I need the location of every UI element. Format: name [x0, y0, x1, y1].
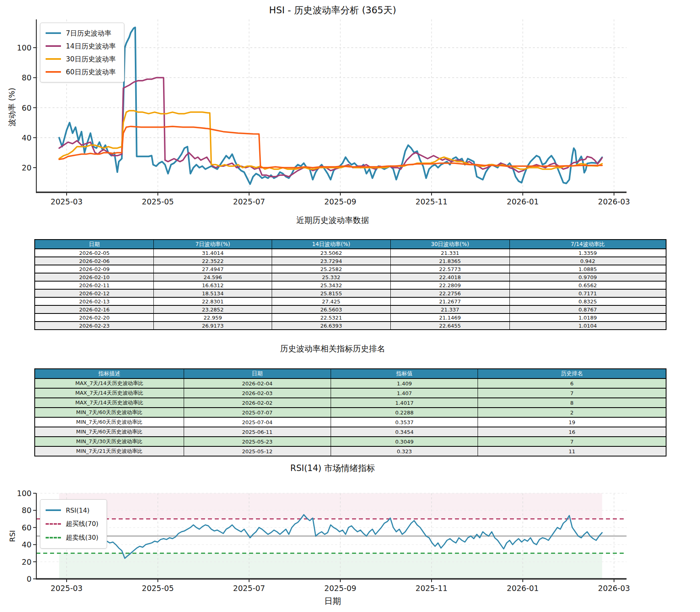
table-cell: 0.3049 — [331, 437, 478, 446]
volatility-chart-legend: 7日历史波动率14日历史波动率30日历史波动率60日历史波动率 — [40, 23, 124, 82]
table-cell: 25.8155 — [272, 289, 390, 297]
legend-line-swatch — [46, 537, 61, 538]
y-tick-label: 100 — [17, 489, 31, 498]
y-tick-label: 0 — [27, 574, 31, 583]
x-tick-label: 2025-09 — [324, 197, 356, 206]
table-cell: 25.2582 — [272, 265, 390, 273]
table-cell: 23.7294 — [272, 257, 390, 265]
table-cell: 22.5773 — [390, 265, 509, 273]
column-header: 30日波动率(%) — [390, 240, 509, 249]
table-header-row: 指标描述日期指标值历史排名 — [35, 369, 666, 379]
table-row: 2026-02-1322.830127.42521.26770.8325 — [35, 297, 666, 305]
legend-label: 60日历史波动率 — [66, 67, 116, 77]
legend-item: 超卖线(30) — [46, 531, 99, 545]
table-cell: MIN_7天/60天历史波动率比 — [35, 427, 184, 437]
table-row: 2026-02-2022.95922.532121.14691.0189 — [35, 313, 666, 322]
legend-label: 7日历史波动率 — [66, 29, 111, 38]
table-cell: 22.8301 — [154, 297, 272, 305]
table-cell: 25.3432 — [272, 281, 390, 289]
legend-item: 超买线(70) — [46, 517, 99, 531]
x-tick-label: 2025-07 — [233, 584, 265, 593]
y-tick-label: 80 — [22, 73, 31, 82]
y-tick-label: 60 — [22, 523, 31, 532]
table-cell: 19 — [478, 417, 666, 427]
table-cell: 21.331 — [390, 249, 509, 257]
legend-line-swatch — [46, 523, 61, 525]
table-row: 2026-02-1623.285226.560321.3370.8767 — [35, 305, 666, 313]
series-line — [59, 78, 602, 177]
table-cell: 22.3522 — [154, 257, 272, 265]
table-cell: 22.5321 — [272, 313, 390, 322]
y-tick-label: 80 — [22, 506, 31, 515]
volatility-chart-ylabel: 波动率 (%) — [7, 88, 17, 126]
table-row: MIN_7天/30天历史波动率比2025-05-230.30497 — [35, 437, 666, 446]
table-cell: 16 — [478, 427, 666, 437]
x-tick-label: 2025-05 — [142, 584, 174, 593]
legend-line-swatch — [46, 509, 61, 511]
table-cell: 6 — [478, 379, 666, 388]
rsi-chart-title: RSI(14) 市场情绪指标 — [0, 463, 665, 474]
table-cell: 8 — [478, 398, 666, 408]
table-cell: MAX_7天/14天历史波动率比 — [35, 398, 184, 408]
table-row: 2026-02-1218.513425.815522.27560.7171 — [35, 289, 666, 297]
table-row: 2026-02-2326.917326.639322.64551.0104 — [35, 322, 666, 330]
table-cell: MIN_7天/30天历史波动率比 — [35, 437, 184, 446]
legend-line-swatch — [46, 32, 61, 34]
x-tick-label: 2026-01 — [507, 584, 539, 593]
table-cell: 2025-07-07 — [184, 408, 331, 417]
x-tick-label: 2026-01 — [507, 197, 539, 206]
table-header-row: 日期7日波动率(%)14日波动率(%)30日波动率(%)7/14波动率比 — [35, 240, 666, 249]
rsi-chart-legend: RSI(14)超买线(70)超卖线(30) — [40, 499, 107, 549]
table-cell: 0.323 — [331, 446, 478, 456]
column-header: 历史排名 — [478, 369, 666, 379]
rsi-chart-ylabel: RSI — [8, 530, 17, 542]
table-cell: 21.1469 — [390, 313, 509, 322]
x-tick-label: 2025-03 — [50, 584, 82, 593]
table-cell: 22.6455 — [390, 322, 509, 330]
x-tick-label: 2026-03 — [598, 197, 630, 206]
series-line — [59, 111, 602, 169]
table-cell: 1.0104 — [509, 322, 666, 330]
table-cell: 0.8767 — [509, 305, 666, 313]
table-row: MAX_7天/14天历史波动率比2026-02-041.4096 — [35, 379, 666, 388]
series-line — [59, 126, 602, 168]
table-cell: 1.407 — [331, 388, 478, 398]
table-cell: 23.5062 — [272, 249, 390, 257]
table-cell: MIN_7天/21天历史波动率比 — [35, 446, 184, 456]
x-tick-label: 2026-03 — [598, 584, 630, 593]
legend-item: 60日历史波动率 — [46, 65, 116, 78]
table-cell: 21.2677 — [390, 297, 509, 305]
y-tick-label: 20 — [22, 163, 31, 172]
table-row: 2026-02-0927.494725.258222.57731.0885 — [35, 265, 666, 273]
table-cell: 2026-02-06 — [35, 257, 154, 265]
column-header: 指标值 — [331, 369, 478, 379]
ranking-table-title: 历史波动率相关指标历史排名 — [0, 343, 665, 354]
x-tick-label: 2025-05 — [142, 197, 174, 206]
table-cell: 0.9709 — [509, 273, 666, 281]
volatility-chart-title: HSI - 历史波动率分析 (365天) — [0, 4, 665, 17]
column-header: 日期 — [35, 240, 154, 249]
table-cell: 1.0885 — [509, 265, 666, 273]
table-cell: MAX_7天/14天历史波动率比 — [35, 388, 184, 398]
table-cell: 2026-02-16 — [35, 305, 154, 313]
table-cell: 1.3359 — [509, 249, 666, 257]
table-cell: 2025-05-23 — [184, 437, 331, 446]
table-cell: 0.8325 — [509, 297, 666, 305]
legend-line-swatch — [46, 45, 61, 47]
ranking-table: 指标描述日期指标值历史排名MAX_7天/14天历史波动率比2026-02-041… — [34, 368, 666, 456]
table-cell: 22.2809 — [390, 281, 509, 289]
y-tick-label: 40 — [22, 540, 31, 549]
table-row: MAX_7天/14天历史波动率比2026-02-021.40178 — [35, 398, 666, 408]
band — [59, 493, 602, 519]
legend-label: 超买线(70) — [66, 520, 99, 528]
table-cell: 2026-02-20 — [35, 313, 154, 322]
legend-label: 超卖线(30) — [66, 534, 99, 542]
table-cell: 2025-06-11 — [184, 427, 331, 437]
table-cell: 24.596 — [154, 273, 272, 281]
table-cell: 2026-02-11 — [35, 281, 154, 289]
y-tick-label: 60 — [22, 103, 31, 112]
table-cell: 23.2852 — [154, 305, 272, 313]
table-cell: 27.4947 — [154, 265, 272, 273]
table-row: 2026-02-1024.59625.33222.40180.9709 — [35, 273, 666, 281]
table-cell: 2026-02-02 — [184, 398, 331, 408]
